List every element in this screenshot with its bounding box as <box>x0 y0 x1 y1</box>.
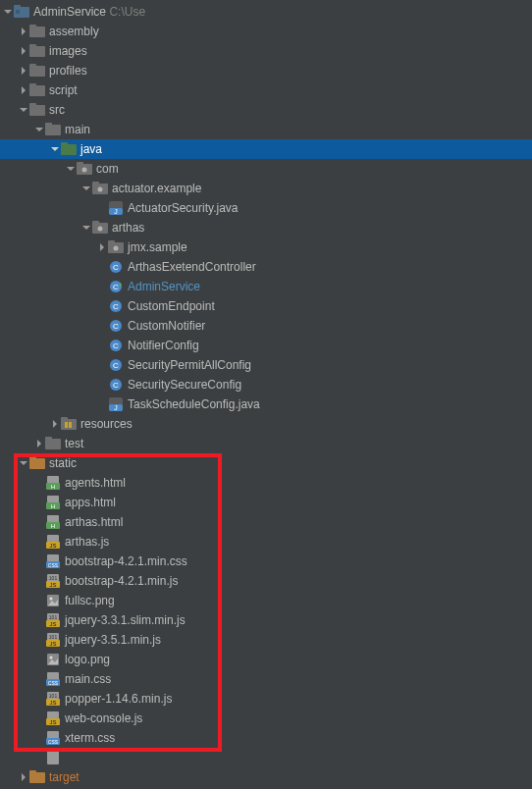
chevron-right-icon[interactable] <box>18 84 29 96</box>
tree-item-resources[interactable]: resources <box>0 414 532 434</box>
chevron-down-icon[interactable] <box>80 183 92 194</box>
tree-item-assembly[interactable]: assembly <box>0 22 532 41</box>
tree-item-main[interactable]: main <box>0 120 532 139</box>
tree-item-file-bootstrap-js[interactable]: JS101bootstrap-4.2.1.min.js <box>0 571 532 591</box>
chevron-down-icon[interactable] <box>80 222 92 234</box>
tree-item-file-main-css[interactable]: CSSmain.css <box>0 669 532 689</box>
tree-item-file-securitysecure[interactable]: C SecuritySecureConfig <box>0 375 532 394</box>
item-label: jquery-3.5.1.min.js <box>65 630 161 650</box>
folder-icon <box>45 436 61 451</box>
module-icon <box>14 4 29 20</box>
svg-text:C: C <box>113 381 119 390</box>
tree-item-file-adminservice[interactable]: C AdminService <box>0 277 532 296</box>
item-label: arthas.html <box>65 512 123 532</box>
chevron-right-icon[interactable] <box>18 45 29 57</box>
tree-item-test[interactable]: test <box>0 434 532 453</box>
svg-rect-55 <box>45 437 52 441</box>
root-label: AdminService C:\Use <box>33 2 145 22</box>
svg-text:C: C <box>113 283 119 291</box>
item-label: actuator.example <box>112 179 201 198</box>
svg-rect-2 <box>16 10 20 14</box>
svg-text:H: H <box>51 484 55 490</box>
chevron-down-icon[interactable] <box>18 104 29 116</box>
tree-item-pkg-arthas[interactable]: arthas <box>0 218 532 237</box>
svg-text:CSS: CSS <box>48 680 59 686</box>
tree-item-file-apps-html[interactable]: Happs.html <box>0 493 532 512</box>
class-icon: C <box>108 279 124 294</box>
chevron-down-icon[interactable] <box>2 6 14 18</box>
chevron-right-icon[interactable] <box>18 65 29 77</box>
svg-rect-51 <box>61 417 68 421</box>
chevron-down-icon[interactable] <box>65 163 77 175</box>
tree-item-pkg-actuator[interactable]: actuator.example <box>0 179 532 198</box>
js-file-icon: JS <box>45 534 61 550</box>
tree-item-file-webconsole-js[interactable]: JSweb-console.js <box>0 709 532 728</box>
tree-item-file-agents-html[interactable]: Hagents.html <box>0 473 532 493</box>
tree-item-root[interactable]: AdminService C:\Use <box>0 2 532 22</box>
package-icon <box>92 220 108 236</box>
tree-item-src[interactable]: src <box>0 100 532 120</box>
tree-item-file-customendpoint[interactable]: C CustomEndpoint <box>0 296 532 316</box>
html-file-icon: H <box>45 475 61 491</box>
tree-item-file-notifierconfig[interactable]: C NotifierConfig <box>0 336 532 355</box>
file-icon <box>45 750 61 765</box>
svg-text:JS: JS <box>49 582 56 588</box>
item-label: SecuritySecureConfig <box>128 375 241 394</box>
tree-item-profiles[interactable]: profiles <box>0 61 532 80</box>
tree-item-java[interactable]: java <box>0 139 532 159</box>
tree-item-file-taskschedule[interactable]: J TaskScheduleConfig.java <box>0 394 532 414</box>
svg-point-28 <box>98 227 103 232</box>
folder-icon <box>29 82 45 98</box>
tree-item-file-fullsc-png[interactable]: fullsc.png <box>0 591 532 610</box>
tree-item-static[interactable]: static <box>0 453 532 473</box>
item-label: bootstrap-4.2.1.min.js <box>65 571 178 591</box>
tree-item-file-bootstrap-css[interactable]: CSSbootstrap-4.2.1.min.css <box>0 552 532 571</box>
item-label: script <box>49 80 78 100</box>
tree-item-file-actuatorsecurity[interactable]: J ActuatorSecurity.java <box>0 198 532 218</box>
item-label: profiles <box>49 61 87 80</box>
chevron-down-icon[interactable] <box>33 124 45 135</box>
svg-rect-6 <box>29 44 36 48</box>
html-file-icon: H <box>45 514 61 530</box>
svg-rect-10 <box>29 83 36 87</box>
chevron-right-icon[interactable] <box>18 771 29 783</box>
chevron-down-icon[interactable] <box>49 143 61 155</box>
tree-item-file-jquery-slim[interactable]: JS101jquery-3.3.1.slim.min.js <box>0 610 532 630</box>
tree-item-target[interactable]: target <box>0 767 532 787</box>
tree-item-file-customnotifier[interactable]: C CustomNotifier <box>0 316 532 336</box>
folder-icon <box>29 63 45 79</box>
tree-item-file-arthas-html[interactable]: Harthas.html <box>0 512 532 532</box>
svg-point-22 <box>98 187 103 192</box>
chevron-right-icon[interactable] <box>33 438 45 449</box>
tree-item-pkg-com[interactable]: com <box>0 159 532 179</box>
item-label: test <box>65 434 83 453</box>
svg-rect-57 <box>29 456 36 460</box>
item-label: xterm.css <box>65 728 115 748</box>
item-label: main <box>65 120 90 139</box>
package-icon <box>77 161 92 177</box>
tree-item-file-securitypermit[interactable]: C SecurityPermitAllConfig <box>0 355 532 375</box>
item-label: arthas.js <box>65 532 109 552</box>
tree-item-script[interactable]: script <box>0 80 532 100</box>
svg-text:C: C <box>113 342 119 350</box>
tree-item-file-xterm-css[interactable]: CSSxterm.css <box>0 728 532 748</box>
tree-item-images[interactable]: images <box>0 41 532 61</box>
project-tree[interactable]: AdminService C:\Use assembly images prof… <box>0 0 532 787</box>
svg-rect-21 <box>92 182 99 185</box>
package-icon <box>92 181 108 196</box>
chevron-right-icon[interactable] <box>49 418 61 430</box>
svg-rect-4 <box>29 25 36 28</box>
chevron-down-icon[interactable] <box>18 457 29 469</box>
tree-item-pkg-jmx[interactable]: jmx.sample <box>0 237 532 257</box>
tree-item-file-popper-js[interactable]: JS101popper-1.14.6.min.js <box>0 689 532 709</box>
tree-item-file-jquery-min[interactable]: JS101jquery-3.5.1.min.js <box>0 630 532 650</box>
item-label: apps.html <box>65 493 116 512</box>
chevron-right-icon[interactable] <box>18 26 29 37</box>
chevron-right-icon[interactable] <box>96 241 108 253</box>
tree-item-file-arthasextend[interactable]: C ArthasExetendController <box>0 257 532 277</box>
svg-text:CSS: CSS <box>48 739 59 745</box>
tree-item-file-logo-png[interactable]: logo.png <box>0 650 532 669</box>
svg-text:JS: JS <box>49 719 56 725</box>
tree-item-cutoff[interactable] <box>0 748 532 767</box>
tree-item-file-arthas-js[interactable]: JSarthas.js <box>0 532 532 552</box>
